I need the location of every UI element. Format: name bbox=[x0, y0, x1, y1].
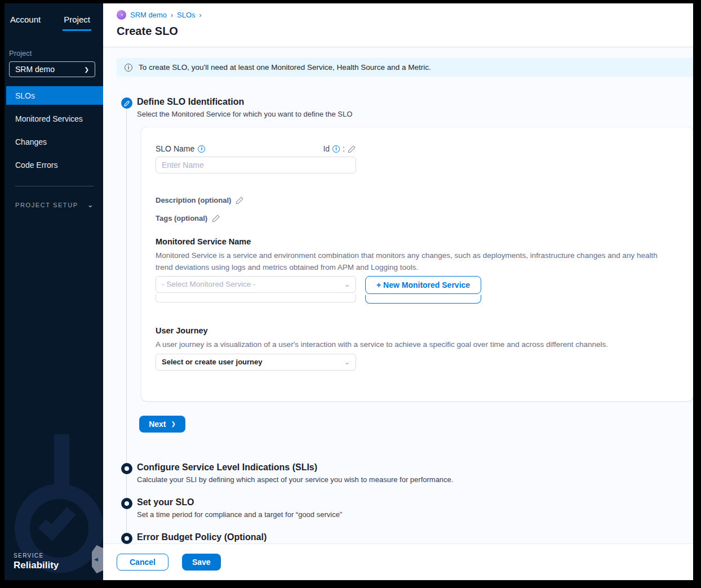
sidebar-item-code-errors[interactable]: Code Errors bbox=[5, 155, 103, 174]
breadcrumb-link-srm-demo[interactable]: SRM demo bbox=[130, 11, 167, 19]
step2-subtitle: Calculate your SLI by defining which asp… bbox=[137, 475, 453, 484]
step1-subtitle: Select the Monitored Service for which y… bbox=[137, 110, 352, 118]
slo-name-input[interactable] bbox=[156, 157, 356, 173]
main-area: ◔ SRM demo › SLOs › Create SLO i To crea… bbox=[103, 3, 693, 580]
tags-optional-toggle[interactable]: Tags (optional) bbox=[156, 214, 679, 222]
project-section-label: Project bbox=[9, 49, 103, 57]
tags-label-text: Tags (optional) bbox=[156, 214, 207, 222]
cancel-button[interactable]: Cancel bbox=[117, 554, 168, 571]
monitored-service-select-placeholder: - Select Monitored Service - bbox=[162, 280, 256, 288]
user-journey-description: A user journey is a visualization of a u… bbox=[156, 338, 669, 350]
slo-name-label: SLO Name i bbox=[156, 144, 205, 153]
slo-name-label-text: SLO Name bbox=[156, 144, 194, 153]
app-window: Account Project Project SRM demo ❯ SLOs … bbox=[5, 3, 693, 580]
id-label: Id i : bbox=[323, 144, 356, 153]
tab-project[interactable]: Project bbox=[63, 11, 91, 31]
id-info-icon[interactable]: i bbox=[332, 145, 340, 153]
info-banner-text: To create SLO, you'll need at least one … bbox=[139, 63, 431, 72]
breadcrumb-separator-icon: › bbox=[171, 11, 173, 19]
step4-title: Error Budget Policy (Optional) bbox=[137, 532, 443, 542]
step-configure-slis[interactable]: Configure Service Level Indications (SLI… bbox=[121, 462, 693, 484]
project-selector[interactable]: SRM demo ❯ bbox=[9, 61, 95, 77]
step3-title: Set your SLO bbox=[137, 497, 342, 507]
step2-circle-icon bbox=[121, 463, 132, 474]
step1-title: Define SLO Identification bbox=[137, 97, 352, 107]
breadcrumb-link-slos[interactable]: SLOs bbox=[177, 11, 196, 19]
page-title: Create SLO bbox=[117, 25, 693, 38]
project-selector-value: SRM demo bbox=[15, 65, 55, 74]
step2-title: Configure Service Level Indications (SLI… bbox=[137, 462, 453, 473]
sidebar-collapse-button[interactable]: ◀ bbox=[92, 545, 103, 573]
step-error-budget-policy[interactable]: Error Budget Policy (Optional) Notificat… bbox=[121, 532, 693, 544]
save-button[interactable]: Save bbox=[182, 554, 221, 571]
user-journey-select[interactable]: Select or create user journey ⌄ bbox=[156, 354, 356, 371]
page-content: i To create SLO, you'll need at least on… bbox=[103, 47, 693, 544]
collapse-left-icon: ◀ bbox=[94, 556, 98, 562]
sidebar-item-project-setup[interactable]: PROJECT SETUP ⌄ bbox=[15, 201, 103, 209]
new-monitored-service-button-ghost bbox=[365, 295, 481, 304]
srm-module-icon: ◔ bbox=[117, 10, 126, 20]
info-banner: i To create SLO, you'll need at least on… bbox=[117, 58, 693, 77]
description-optional-toggle[interactable]: Description (optional) bbox=[156, 196, 679, 204]
chevron-right-icon: ❯ bbox=[85, 66, 89, 73]
id-label-text: Id bbox=[323, 144, 330, 153]
description-label-text: Description (optional) bbox=[156, 196, 231, 204]
sidebar-divider bbox=[15, 186, 94, 186]
next-button[interactable]: Next ❯ bbox=[139, 416, 185, 433]
monitored-service-select-ghost bbox=[156, 294, 356, 302]
step3-circle-icon bbox=[121, 498, 132, 509]
sidebar-nav: SLOs Monitored Services Changes Code Err… bbox=[5, 86, 103, 174]
scope-tabs: Account Project bbox=[5, 3, 103, 31]
slo-identification-card: SLO Name i Id i : bbox=[141, 127, 693, 401]
chevron-down-icon: ⌄ bbox=[344, 358, 350, 366]
brand-name: Reliability bbox=[14, 560, 59, 571]
user-journey-heading: User Journey bbox=[156, 326, 679, 335]
brand-eyebrow: SERVICE bbox=[14, 553, 59, 559]
id-separator: : bbox=[343, 144, 345, 153]
breadcrumb: ◔ SRM demo › SLOs › bbox=[117, 10, 693, 20]
sidebar-item-slos[interactable]: SLOs bbox=[6, 86, 103, 105]
user-journey-select-value: Select or create user journey bbox=[162, 358, 262, 366]
info-icon: i bbox=[125, 64, 132, 72]
edit-id-icon[interactable] bbox=[348, 145, 356, 153]
tab-account[interactable]: Account bbox=[9, 11, 42, 31]
chevron-down-icon: ⌄ bbox=[87, 201, 94, 209]
project-setup-label: PROJECT SETUP bbox=[15, 202, 78, 208]
sidebar: Account Project Project SRM demo ❯ SLOs … bbox=[5, 3, 103, 580]
slo-name-info-icon[interactable]: i bbox=[198, 145, 205, 153]
next-button-label: Next bbox=[149, 420, 166, 429]
chevron-down-icon: ⌄ bbox=[344, 280, 350, 288]
step4-circle-icon bbox=[121, 533, 132, 544]
page-header: ◔ SRM demo › SLOs › Create SLO bbox=[103, 3, 693, 47]
monitored-service-select[interactable]: - Select Monitored Service - ⌄ bbox=[156, 276, 356, 293]
breadcrumb-separator-icon: › bbox=[199, 11, 202, 19]
sidebar-item-changes[interactable]: Changes bbox=[5, 132, 103, 151]
action-footer: Cancel Save bbox=[103, 544, 693, 580]
step1-edit-icon bbox=[121, 97, 132, 109]
wizard-steps: Define SLO Identification Select the Mon… bbox=[117, 97, 693, 544]
module-brand: SERVICE Reliability bbox=[14, 553, 59, 571]
sidebar-item-monitored-services[interactable]: Monitored Services bbox=[5, 109, 103, 128]
new-monitored-service-button[interactable]: + New Monitored Service bbox=[365, 276, 481, 294]
edit-description-icon[interactable] bbox=[236, 196, 244, 204]
step-define-slo-identification: Define SLO Identification Select the Mon… bbox=[121, 97, 693, 449]
edit-tags-icon[interactable] bbox=[212, 214, 220, 222]
step-set-your-slo[interactable]: Set your SLO Set a time period for compl… bbox=[121, 497, 693, 519]
monitored-service-description: Monitored Service is a service and envir… bbox=[156, 250, 669, 274]
monitored-service-heading: Monitored Service Name bbox=[156, 237, 679, 246]
step3-subtitle: Set a time period for compliance and a t… bbox=[137, 510, 342, 519]
chevron-right-icon: ❯ bbox=[171, 421, 175, 427]
